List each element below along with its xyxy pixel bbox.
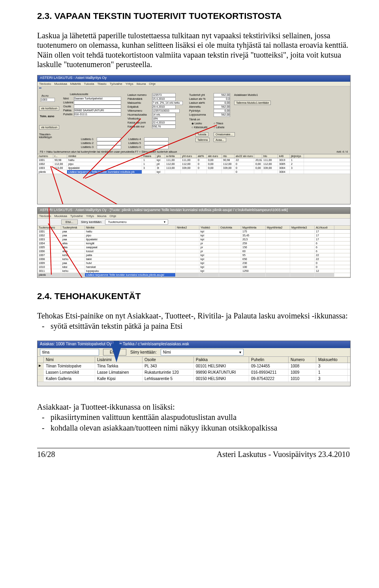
window-title-3: Asiakas: 1008 Tiinan Toimistopalvelut Oy… <box>38 341 350 348</box>
label-tilausten: Tilausten- käsittelyyn <box>39 133 52 139</box>
footer-doc-title: Asteri Laskutus - Vuosipäivitys 23.4.201… <box>217 450 350 459</box>
field-kassaeur[interactable]: 550,76 <box>152 125 176 129</box>
field-viive[interactable]: 18% <box>152 117 176 121</box>
field-maksuehto[interactable]: 7 vrk. 2%, 14 vrk netto <box>152 101 183 105</box>
f-keys-hint: F8 = Haku tuotenumeron alun tai tuoteryh… <box>40 150 177 153</box>
label-laskutusosoite: Laskutusosoite <box>70 93 88 96</box>
field-kassapvm[interactable]: 22.4.2010 <box>152 121 176 125</box>
etsi-button[interactable]: Etsi... <box>61 219 78 225</box>
field-viitenum[interactable]: 12357310033 <box>152 109 180 113</box>
field-puhelin[interactable]: 016-31111 <box>74 112 121 116</box>
label-pvm: Päivämäärä <box>128 97 142 100</box>
btn-vie-kortistoon-2[interactable]: vie kortistoon <box>39 125 59 129</box>
label-alennettu: Alennettu <box>189 105 201 108</box>
label-maksuehto: Maksuehto <box>128 101 141 104</box>
siirry-combo-3[interactable]: Nimi▾ <box>161 349 244 356</box>
label-erapaiva: Eräpäivä <box>128 105 139 108</box>
field-tuoterivit: 562,00 <box>214 93 230 97</box>
siirry-label-3: Siirry kenttään: <box>130 350 157 354</box>
btn-tallenna-muistio[interactable]: Tallenna Muistio1-kenttään <box>234 101 271 105</box>
screenshot-product-list: ASTERI LASKUTUS - Asteri Malliyritys Oy … <box>37 207 351 278</box>
label-muistio: Asiakkaan Muistio1 <box>234 94 258 96</box>
search-input[interactable]: tiina <box>40 349 99 356</box>
label-laskunnum: Laskun numero <box>128 94 146 96</box>
btn-tulosta[interactable]: Tulosta <box>195 132 208 137</box>
label-laskunalv: Laskun alv % <box>189 97 206 100</box>
field-laskunnum[interactable]: 123573 <box>152 93 176 97</box>
footer-page: 16/28 <box>37 450 55 459</box>
btn-vie-kortistoon[interactable]: vie kortistoon <box>39 106 59 110</box>
field-osoite[interactable] <box>74 105 121 109</box>
field-asno[interactable]: 1003 <box>41 98 55 102</box>
btn-tallenna[interactable]: Tallenna <box>195 138 210 142</box>
window-title: ASTERI LASKUTUS - Asteri Malliyritys Oy <box>38 75 350 82</box>
label-viitenum: Viitenumero <box>128 109 142 112</box>
label-lisanimi: Lisänimi <box>63 101 73 104</box>
field-lisanimi[interactable] <box>74 101 121 105</box>
btn-omalomake[interactable]: Omalomake... <box>214 132 235 137</box>
bullet-1: syötä etsittävän tekstin pätkä ja paina … <box>51 321 350 331</box>
field-ale: 0,00 <box>214 101 230 105</box>
field-loppu: 562,00 <box>214 113 230 117</box>
field-nimi[interactable]: Saanan Tunturipalvelut <box>74 97 121 101</box>
rows-count: rivit: 4 / 4 <box>337 150 348 153</box>
label-kassaeur: Kassa-ale eur <box>128 125 144 128</box>
siirry-combo[interactable]: Tuotenumero▾ <box>105 219 168 225</box>
field-pvm[interactable]: 15.4.2010 <box>152 97 176 101</box>
label-osoite: Osoite <box>63 105 71 108</box>
bullet-3: kohdalla olevan asiakkaan/tuotteen nimi … <box>51 423 350 433</box>
btn-avaa[interactable]: Avaa... <box>214 138 226 142</box>
label-loppu: Loppusumma <box>189 113 206 116</box>
field-pyoristys: 0,00 <box>214 109 230 113</box>
label-viive: Viivekorko <box>128 117 140 120</box>
label-kassapvm: Kassa-ale pvm <box>128 121 146 124</box>
label-pyoristys: Pyöristys <box>189 109 200 112</box>
label-puhelin: Puhelin <box>63 113 72 116</box>
section-2-4-para2: Asiakkaat- ja Tuotteet-ikkunassa on lisä… <box>37 402 350 412</box>
siirry-label: Siirry kenttään: <box>81 220 102 224</box>
section-2-4-para: Tehokas Etsi-painike on nyt Asiakkaat-, … <box>37 311 350 320</box>
menu-bar: TiedostoMuokkaaMääritäTulostaTilastoTyöv… <box>38 82 350 86</box>
label-tuoterivit: Tuoterivit yht <box>189 94 205 96</box>
bullet-2: pikasiirtyminen valittuun kenttään alasp… <box>51 412 350 422</box>
field-erapaiva[interactable]: 29.4.2010 <box>152 105 176 109</box>
label-tama-on: Tämä on <box>189 118 200 121</box>
field-laskunalv: 0,0 <box>214 97 230 101</box>
section-2-4-title: 2.4. TEHOHAKUKENTÄT <box>37 291 350 301</box>
field-paikka[interactable]: 99980 SAANATUNTURI <box>74 109 121 112</box>
screenshot-invoice-entry: ASTERI LASKUTUS - Asteri Malliyritys Oy … <box>37 75 351 204</box>
panel-title <box>39 88 41 88</box>
field-alennettu: 562,00 <box>214 105 230 109</box>
screenshot-asiakas-search: Asiakas: 1008 Tiinan Toimistopalvelut Oy… <box>37 341 351 386</box>
label-toim-asno: Toim. asno <box>40 115 54 118</box>
field-huom[interactable]: 14 vrk. <box>152 113 176 117</box>
label-nimi: Nimi <box>63 97 69 100</box>
label-huom: Huomautusaika <box>128 113 147 116</box>
window-title-2: ASTERI LASKUTUS - Asteri Malliyritys Oy … <box>38 208 350 214</box>
section-2-3-para: Laskua ja lähetettä paperille tulostetta… <box>37 31 350 69</box>
menu-bar-2: TiedostoMuokkaaTyövaiheYritysIkkunaOhje <box>38 214 350 219</box>
label-asno: As.no <box>41 94 49 97</box>
label-ale: Laskun ale% <box>189 101 205 104</box>
label-paikka: Paikka <box>63 109 71 112</box>
section-2-3-title: 2.3. VAPAAN TEKSTIN TUOTERIVIT TUOTEKORT… <box>37 11 350 21</box>
